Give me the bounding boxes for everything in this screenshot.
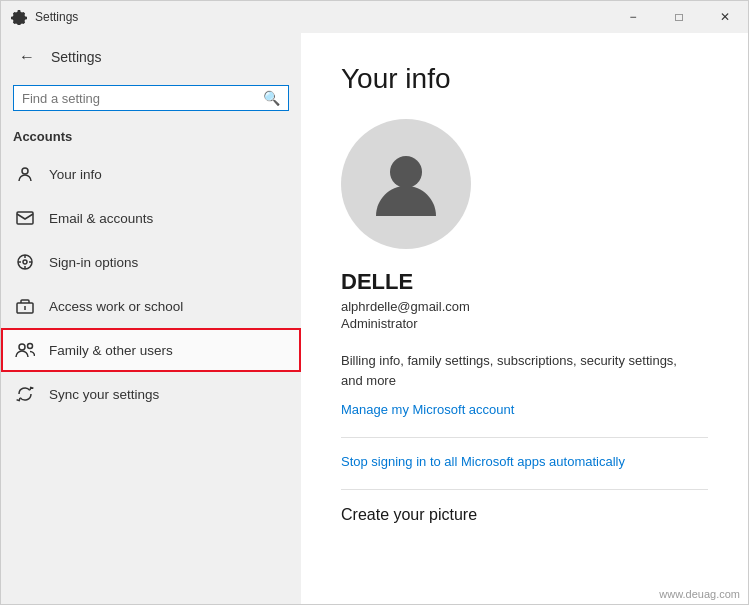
family-users-icon	[15, 340, 35, 360]
divider-2	[341, 489, 708, 490]
close-button[interactable]: ✕	[702, 1, 748, 33]
your-info-label: Your info	[49, 167, 102, 182]
watermark: www.deuag.com	[659, 588, 740, 600]
billing-info: Billing info, family settings, subscript…	[341, 351, 701, 390]
sign-in-label: Sign-in options	[49, 255, 138, 270]
manage-account-link[interactable]: Manage my Microsoft account	[341, 402, 708, 417]
title-bar-title: Settings	[35, 10, 78, 24]
nav-item-work-school[interactable]: Access work or school	[1, 284, 301, 328]
family-users-label: Family & other users	[49, 343, 173, 358]
settings-app-icon	[11, 9, 27, 25]
title-bar-controls: − □ ✕	[610, 1, 748, 33]
content-area: ← Settings 🔍 Accounts Your info	[1, 33, 748, 604]
sync-icon	[15, 384, 35, 404]
accounts-section-label: Accounts	[1, 123, 301, 152]
sidebar: ← Settings 🔍 Accounts Your info	[1, 33, 301, 604]
work-school-label: Access work or school	[49, 299, 183, 314]
title-bar: Settings − □ ✕	[1, 1, 748, 33]
settings-window: Settings − □ ✕ ← Settings 🔍 Accounts	[0, 0, 749, 605]
email-accounts-label: Email & accounts	[49, 211, 153, 226]
nav-item-sign-in[interactable]: Sign-in options	[1, 240, 301, 284]
page-title: Your info	[341, 63, 708, 95]
title-bar-left: Settings	[11, 9, 78, 25]
email-icon	[15, 208, 35, 228]
sidebar-app-title: Settings	[51, 49, 102, 65]
svg-point-12	[390, 156, 422, 188]
sync-settings-label: Sync your settings	[49, 387, 159, 402]
user-role: Administrator	[341, 316, 708, 331]
search-icon[interactable]: 🔍	[263, 90, 280, 106]
avatar-person-icon	[366, 144, 446, 224]
stop-signing-link[interactable]: Stop signing in to all Microsoft apps au…	[341, 454, 708, 469]
nav-item-email-accounts[interactable]: Email & accounts	[1, 196, 301, 240]
svg-point-0	[22, 168, 28, 174]
divider-1	[341, 437, 708, 438]
your-info-icon	[15, 164, 35, 184]
nav-item-sync-settings[interactable]: Sync your settings	[1, 372, 301, 416]
avatar-area	[341, 119, 708, 249]
work-school-icon	[15, 296, 35, 316]
maximize-button[interactable]: □	[656, 1, 702, 33]
main-content: Your info DELLE alphrdelle@gmail.com Adm…	[301, 33, 748, 604]
user-email: alphrdelle@gmail.com	[341, 299, 708, 314]
sidebar-header: ← Settings	[1, 33, 301, 81]
user-name: DELLE	[341, 269, 708, 295]
minimize-button[interactable]: −	[610, 1, 656, 33]
svg-point-11	[28, 344, 33, 349]
svg-rect-1	[17, 212, 33, 224]
search-input[interactable]	[22, 91, 263, 106]
avatar	[341, 119, 471, 249]
search-box[interactable]: 🔍	[13, 85, 289, 111]
svg-point-3	[23, 260, 27, 264]
svg-point-10	[19, 344, 25, 350]
nav-item-your-info[interactable]: Your info	[1, 152, 301, 196]
nav-item-family-users[interactable]: Family & other users	[1, 328, 301, 372]
back-button[interactable]: ←	[13, 43, 41, 71]
create-picture-heading: Create your picture	[341, 506, 708, 524]
signin-icon	[15, 252, 35, 272]
